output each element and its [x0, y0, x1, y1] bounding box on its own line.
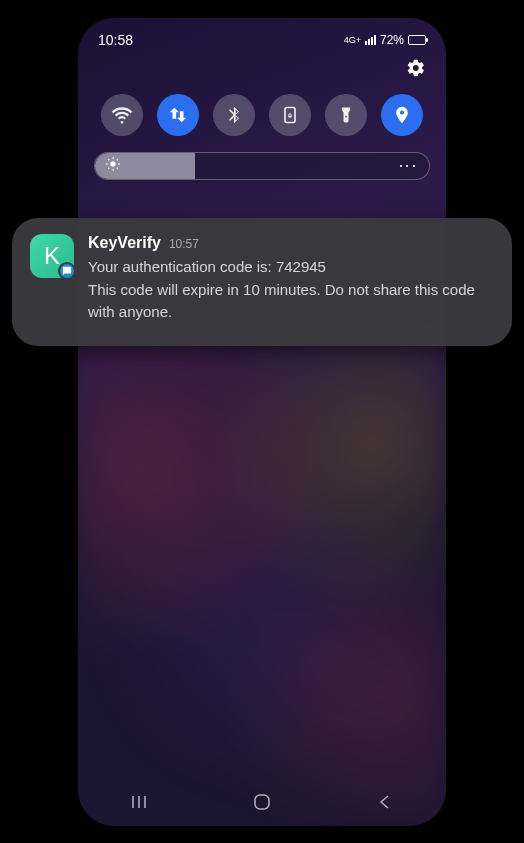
qs-flashlight[interactable] [325, 94, 367, 136]
nav-back[interactable] [371, 788, 399, 816]
brightness-slider[interactable]: ⋮ [94, 152, 430, 180]
brightness-icon [105, 156, 121, 176]
notification-app-name: KeyVerify [88, 234, 161, 252]
svg-rect-0 [285, 108, 295, 123]
message-badge-icon [58, 262, 76, 280]
notification-time: 10:57 [169, 237, 199, 251]
status-right: 4G+ 72% [344, 33, 426, 47]
settings-row [78, 54, 446, 90]
svg-line-7 [117, 168, 118, 169]
phone-frame: 10:58 4G+ 72% [78, 18, 446, 826]
qs-wifi[interactable] [101, 94, 143, 136]
notification-line2: This code will expire in 10 minutes. Do … [88, 279, 494, 324]
notification-icon-wrap: K [30, 234, 74, 278]
brightness-fill [95, 153, 195, 179]
battery-icon [408, 35, 426, 45]
svg-point-1 [110, 161, 115, 166]
signal-icon [365, 35, 376, 45]
svg-rect-13 [255, 795, 269, 809]
quick-settings-row [78, 90, 446, 148]
status-bar: 10:58 4G+ 72% [78, 18, 446, 54]
svg-line-9 [117, 159, 118, 160]
qs-data[interactable] [157, 94, 199, 136]
notification-header: KeyVerify 10:57 [88, 234, 494, 252]
notification-line1: Your authentication code is: 742945 [88, 256, 494, 279]
network-indicator: 4G+ [344, 36, 361, 45]
nav-home[interactable] [248, 788, 276, 816]
brightness-row: ⋮ [78, 148, 446, 190]
qs-bluetooth[interactable] [213, 94, 255, 136]
qs-lock-rotation[interactable] [269, 94, 311, 136]
battery-percent: 72% [380, 33, 404, 47]
qs-location[interactable] [381, 94, 423, 136]
notification-body: Your authentication code is: 742945 This… [88, 256, 494, 324]
nav-bar [78, 778, 446, 826]
more-icon[interactable]: ⋮ [397, 157, 419, 176]
svg-line-8 [108, 168, 109, 169]
svg-line-6 [108, 159, 109, 160]
notification-content: KeyVerify 10:57 Your authentication code… [88, 234, 494, 324]
notification-card[interactable]: K KeyVerify 10:57 Your authentication co… [12, 218, 512, 346]
wallpaper-blur [78, 318, 446, 826]
nav-recents[interactable] [125, 788, 153, 816]
status-time: 10:58 [98, 32, 133, 48]
gear-icon[interactable] [406, 58, 426, 82]
